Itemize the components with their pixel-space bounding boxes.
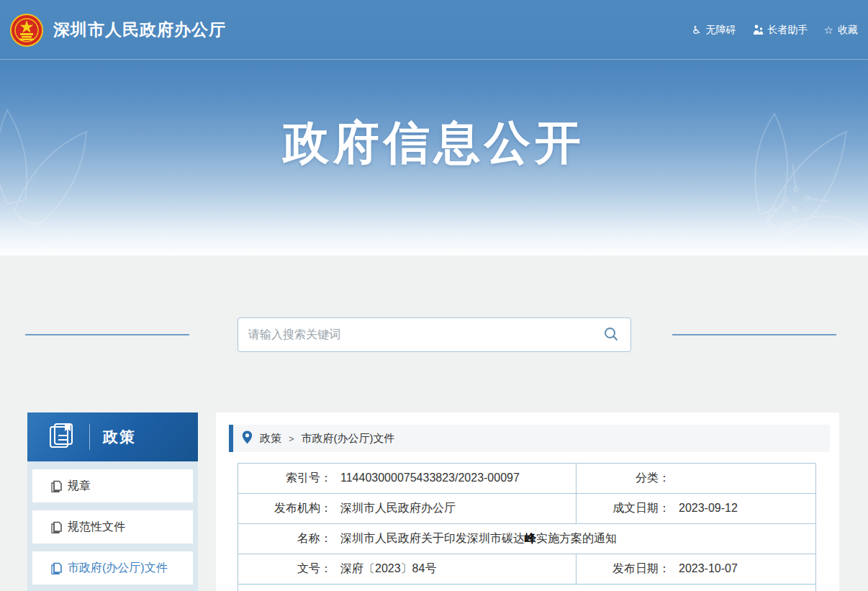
document-icon (51, 562, 62, 574)
doc-no-cell: 文号：深府〔2023〕84号 (238, 554, 577, 585)
document-icon (51, 521, 62, 533)
star-icon: ☆ (824, 24, 833, 35)
table-row: 索引号：114403000075433823/2023-00097 分类： (238, 464, 816, 494)
date-published-value: 2023-10-07 (679, 562, 738, 574)
name-value: 深圳市人民政府关于印发深圳市碳达峰实施方案的通知 (340, 532, 617, 544)
national-emblem-icon (10, 14, 43, 47)
page: 深圳市人民政府办公厅 ♿ 无障碍 长者助手 ☆ (0, 0, 868, 591)
sidebar-divider (89, 424, 90, 450)
sidebar-item-label: 市政府(办公厅)文件 (68, 561, 168, 576)
name-cell: 名称：深圳市人民政府关于印发深圳市碳达峰实施方案的通知 (238, 524, 816, 554)
top-links: ♿ 无障碍 长者助手 ☆ 收藏 (692, 24, 858, 37)
elder-assist-icon (752, 24, 764, 35)
index-value: 114403000075433823/2023-00097 (340, 472, 520, 484)
document-meta-table: 索引号：114403000075433823/2023-00097 分类： 发布… (238, 463, 816, 591)
agency-value: 深圳市人民政府办公厅 (340, 502, 456, 514)
date-written-value: 2023-09-12 (679, 502, 738, 514)
search-box (238, 317, 631, 352)
favorite-label: 收藏 (838, 24, 858, 37)
sidebar-item-label: 规范性文件 (68, 520, 125, 535)
content-area: 政策 规章 规范性文件 (0, 256, 868, 591)
table-row: 发布机构：深圳市人民政府办公厅 成文日期：2023-09-12 (238, 494, 816, 524)
banner-title: 政府信息公开 (0, 112, 868, 174)
date-published-label: 发布日期： (577, 561, 670, 577)
table-row: 文号：深府〔2023〕84号 发布日期：2023-10-07 (238, 554, 816, 585)
brand[interactable]: 深圳市人民政府办公厅 (10, 14, 226, 47)
sidebar-item-normative-documents[interactable]: 规范性文件 (32, 510, 193, 543)
date-written-cell: 成文日期：2023-09-12 (577, 494, 816, 524)
search-input[interactable] (248, 328, 602, 341)
search-icon (603, 333, 619, 344)
doc-no-label: 文号： (238, 561, 332, 577)
index-cell: 索引号：114403000075433823/2023-00097 (238, 464, 577, 494)
banner: 政府信息公开 (0, 60, 868, 256)
sidebar-item-regulations[interactable]: 规章 (32, 469, 193, 502)
accessibility-icon: ♿ (692, 24, 701, 35)
highlighted-keyword: 峰 (525, 532, 536, 544)
sidebar-title: 政策 (103, 427, 136, 447)
search-button[interactable] (602, 325, 620, 346)
top-bar: 深圳市人民政府办公厅 ♿ 无障碍 长者助手 ☆ (0, 0, 868, 60)
elder-assist-link[interactable]: 长者助手 (752, 24, 808, 37)
breadcrumb-separator: > (289, 433, 294, 444)
breadcrumb-current: 市政府(办公厅)文件 (302, 432, 395, 446)
sidebar-header: 政策 (27, 412, 198, 461)
category-cell: 分类： (577, 464, 816, 494)
accessibility-label: 无障碍 (706, 24, 736, 37)
search-row (0, 317, 868, 352)
columns: 政策 规章 规范性文件 (0, 412, 868, 591)
breadcrumb-link-policy[interactable]: 政策 (260, 432, 281, 446)
policy-book-icon (48, 421, 76, 453)
category-label: 分类： (577, 471, 670, 486)
index-label: 索引号： (238, 471, 332, 486)
document-icon (51, 480, 62, 492)
agency-cell: 发布机构：深圳市人民政府办公厅 (238, 494, 577, 524)
sidebar-items: 规章 规范性文件 市政府(办公厅)文件 (27, 461, 198, 585)
partial-cell (238, 585, 816, 591)
favorite-link[interactable]: ☆ 收藏 (824, 24, 858, 37)
name-label: 名称： (238, 531, 332, 546)
date-published-cell: 发布日期：2023-10-07 (577, 554, 816, 585)
decorative-line-left (25, 334, 189, 335)
decorative-line-right (672, 334, 836, 335)
table-row-partial (238, 585, 816, 591)
site-title: 深圳市人民政府办公厅 (53, 19, 226, 41)
table-row: 名称：深圳市人民政府关于印发深圳市碳达峰实施方案的通知 (238, 524, 816, 554)
agency-label: 发布机构： (238, 501, 332, 516)
doc-no-value: 深府〔2023〕84号 (340, 562, 436, 574)
sidebar-item-municipal-documents[interactable]: 市政府(办公厅)文件 (32, 551, 193, 585)
location-pin-icon (242, 430, 253, 446)
accessibility-link[interactable]: ♿ 无障碍 (692, 24, 736, 37)
date-written-label: 成文日期： (577, 501, 670, 516)
elder-assist-label: 长者助手 (768, 24, 808, 37)
sidebar: 政策 规章 规范性文件 (27, 412, 198, 591)
breadcrumb: 政策 > 市政府(办公厅)文件 (229, 425, 830, 452)
main-panel: 政策 > 市政府(办公厅)文件 索引号：114403000075433823/2… (216, 412, 839, 591)
sidebar-item-label: 规章 (68, 479, 91, 494)
